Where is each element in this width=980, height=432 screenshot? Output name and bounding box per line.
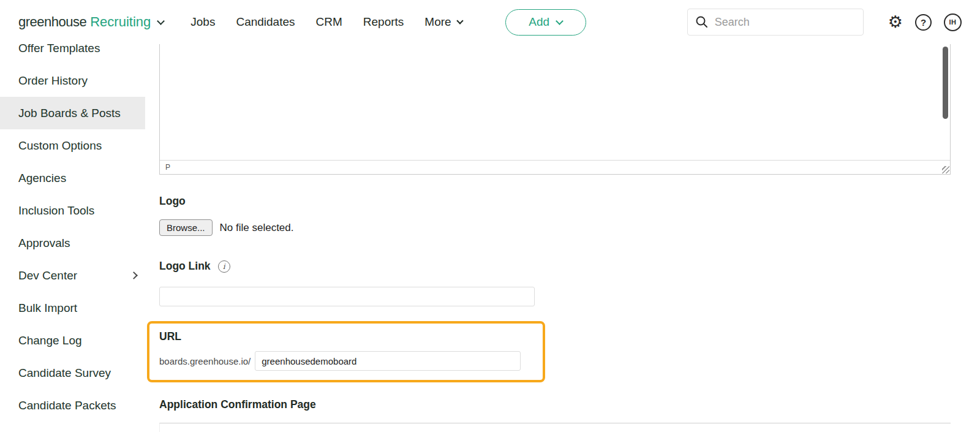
url-highlight-box: URL boards.greenhouse.io/ (147, 321, 545, 382)
url-prefix-text: boards.greenhouse.io/ (159, 356, 251, 366)
sidebar-item-label: Candidate Packets (18, 399, 116, 412)
chevron-down-icon (556, 17, 564, 25)
sidebar-item-label: Change Log (18, 334, 82, 347)
sidebar-item-candidate-packets[interactable]: Candidate Packets (0, 389, 145, 422)
nav-candidates-label: Candidates (236, 15, 295, 29)
paragraph-tag-indicator: P (165, 163, 170, 172)
nav-jobs-label: Jobs (190, 15, 215, 29)
url-input[interactable] (255, 351, 521, 371)
product-name: Recruiting (90, 14, 151, 30)
page: greenhouse Recruiting Jobs Candidates CR… (0, 0, 980, 432)
sidebar-item-candidate-survey[interactable]: Candidate Survey (0, 357, 145, 389)
nav-candidates[interactable]: Candidates (236, 15, 295, 29)
sidebar-item-label: Candidate Survey (18, 366, 111, 380)
main-nav: Jobs Candidates CRM Reports More (190, 15, 462, 29)
sidebar-item-job-boards-posts[interactable]: Job Boards & Posts (0, 97, 145, 129)
logo-link-field-label: Logo Link (159, 260, 211, 273)
add-button-label: Add (529, 15, 549, 29)
url-row: boards.greenhouse.io/ (159, 351, 543, 371)
nav-crm[interactable]: CRM (316, 15, 342, 29)
sidebar-item-label: Job Boards & Posts (18, 107, 121, 120)
search-icon (695, 15, 709, 29)
avatar[interactable]: IH (944, 13, 962, 31)
avatar-initials: IH (949, 18, 957, 26)
sidebar-item-label: Dev Center (18, 269, 77, 282)
greenhouse-logo: greenhouse (18, 14, 86, 30)
sidebar-item-custom-options[interactable]: Custom Options (0, 129, 145, 162)
sidebar-item-label: Agencies (18, 172, 66, 185)
nav-reports-label: Reports (363, 15, 404, 29)
confirmation-editor-top-edge[interactable] (159, 423, 951, 432)
nav-crm-label: CRM (316, 15, 342, 29)
browse-button[interactable]: Browse... (159, 219, 213, 236)
sidebar-item-label: Bulk Import (18, 301, 77, 315)
editor-status-bar: P (160, 160, 950, 174)
main-content: P Logo Browse... No file selected. Logo … (145, 44, 980, 432)
nav-jobs[interactable]: Jobs (190, 15, 215, 29)
sidebar-item-label: Custom Options (18, 139, 102, 153)
sidebar-item-inclusion-tools[interactable]: Inclusion Tools (0, 194, 145, 227)
sidebar-item-agencies[interactable]: Agencies (0, 162, 145, 194)
sidebar-item-change-log[interactable]: Change Log (0, 324, 145, 357)
logo-upload-row: Browse... No file selected. (159, 219, 293, 236)
help-icon[interactable]: ? (915, 14, 932, 31)
scrollbar-thumb[interactable] (943, 47, 948, 119)
sidebar-item-order-history[interactable]: Order History (0, 64, 145, 97)
sidebar-item-label: Inclusion Tools (18, 204, 94, 218)
info-icon[interactable]: i (218, 260, 230, 273)
resize-handle-icon[interactable] (942, 166, 949, 173)
url-field-label: URL (159, 330, 543, 343)
sidebar-item-bulk-import[interactable]: Bulk Import (0, 292, 145, 324)
chevron-down-icon (157, 17, 165, 25)
app-switcher[interactable]: greenhouse Recruiting (18, 14, 164, 30)
sidebar-item-approvals[interactable]: Approvals (0, 227, 145, 259)
sidebar-item-label: Order History (18, 74, 88, 88)
chevron-down-icon (456, 17, 463, 24)
nav-reports[interactable]: Reports (363, 15, 404, 29)
settings-sidebar: Offer Templates Order History Job Boards… (0, 0, 145, 432)
add-button[interactable]: Add (505, 9, 586, 36)
description-editor[interactable]: P (159, 44, 951, 175)
search-input[interactable] (715, 16, 843, 29)
sidebar-item-dev-center[interactable]: Dev Center (0, 259, 145, 292)
sidebar-item-label: Approvals (18, 237, 70, 250)
nav-more-label: More (424, 15, 451, 29)
file-status-text: No file selected. (220, 222, 294, 234)
nav-more[interactable]: More (424, 15, 462, 29)
search-box[interactable] (687, 9, 864, 36)
logo-field-label: Logo (159, 195, 186, 208)
sidebar-list: Offer Templates Order History Job Boards… (0, 32, 145, 422)
top-nav-bar: greenhouse Recruiting Jobs Candidates CR… (0, 0, 980, 44)
logo-link-row: Logo Link i (159, 260, 230, 273)
chevron-right-icon (130, 271, 138, 279)
logo-link-input[interactable] (159, 287, 535, 306)
gear-icon[interactable]: ⚙ (888, 14, 903, 31)
application-confirmation-label: Application Confirmation Page (159, 398, 316, 411)
